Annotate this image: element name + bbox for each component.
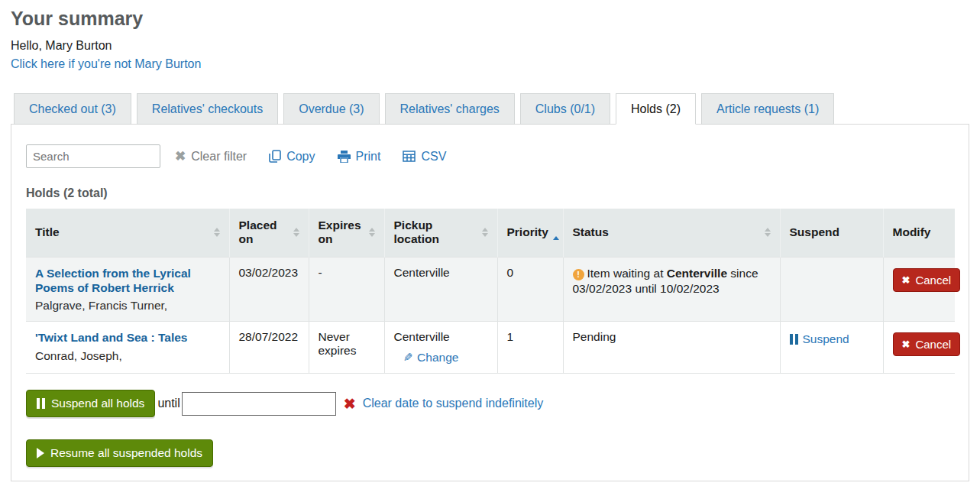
column-label: Suspend [790,225,839,238]
clear-filter-button[interactable]: ✖ Clear filter [175,148,247,164]
suspend-until-date-input[interactable] [182,392,336,416]
tab-holds[interactable]: Holds (2) [616,93,696,125]
clear-filter-x-icon: ✖ [175,148,186,164]
status-cell: !Item waiting at Centerville since 03/02… [563,257,780,322]
play-icon [37,448,44,458]
placed-on-cell: 03/02/2023 [229,257,309,322]
title-cell: 'Twixt Land and Sea : Tales Conrad, Jose… [26,322,229,374]
cancel-x-icon: ✖ [902,274,910,286]
column-header-expires-on[interactable]: Expires on [309,209,384,257]
column-header-pickup-location[interactable]: Pickup location [384,209,497,257]
suspend-hold-link[interactable]: Suspend [790,332,849,346]
author-text: Palgrave, Francis Turner, [35,299,167,312]
column-label: Modify [893,225,931,238]
column-header-modify: Modify [883,209,955,257]
modify-cell: ✖ Cancel [883,257,955,322]
not-you-link[interactable]: Click here if you're not Mary Burton [11,57,201,71]
pickup-location-cell: Centerville [384,257,497,322]
status-cell: Pending [563,322,780,374]
sort-icon [765,228,771,237]
print-label: Print [356,150,381,164]
hold-row: A Selection from the Lyrical Poems of Ro… [26,257,955,322]
search-input[interactable] [26,144,160,168]
copy-icon [269,150,281,163]
warning-icon: ! [573,269,584,280]
column-header-placed-on[interactable]: Placed on [229,209,309,257]
priority-cell: 1 [497,322,563,374]
priority-cell: 0 [497,257,563,322]
greeting-text: Hello, Mary Burton [11,39,969,53]
change-pickup-link[interactable]: ✎ Change [403,351,459,364]
clear-filter-label: Clear filter [191,150,247,164]
status-prefix: Item waiting at [587,267,667,280]
suspend-cell: Suspend [780,322,883,374]
placed-on-cell: 28/07/2022 [229,322,309,374]
patron-summary-page: Your summary Hello, Mary Burton Click he… [0,0,980,481]
expires-on-cell: - [309,257,384,322]
expires-on-cell: Never expires [309,322,384,374]
csv-button[interactable]: CSV [403,150,446,164]
pause-icon [37,398,45,409]
page-title: Your summary [11,8,969,30]
cancel-hold-button[interactable]: ✖ Cancel [893,332,961,356]
copy-label: Copy [286,150,315,164]
tab-checked-out[interactable]: Checked out (3) [14,93,131,125]
column-label: Priority [507,225,548,239]
tab-clubs[interactable]: Clubs (0/1) [520,93,610,125]
column-label: Pickup location [394,219,477,246]
csv-table-icon [403,151,416,162]
sort-ascending-icon [553,236,559,240]
suspend-all-label: Suspend all holds [51,397,144,410]
tab-relatives-checkouts[interactable]: Relatives' checkouts [137,93,278,125]
table-header-row: Title Placed on Expires on [26,209,955,257]
resume-all-suspended-holds-button[interactable]: Resume all suspended holds [26,439,213,467]
until-label: until [157,397,180,410]
holds-tab-panel: ✖ Clear filter Copy [11,124,969,481]
pickup-location-text: Centerville [394,330,450,343]
title-link[interactable]: A Selection from the Lyrical Poems of Ro… [35,266,220,296]
column-header-priority[interactable]: Priority [497,209,563,257]
column-header-title[interactable]: Title [26,209,229,257]
sort-icon [293,228,299,237]
suspend-label: Suspend [803,332,849,346]
sort-icon [214,228,220,237]
tab-relatives-charges[interactable]: Relatives' charges [385,93,515,125]
holds-table: Title Placed on Expires on [26,209,955,374]
resume-all-label: Resume all suspended holds [50,446,202,460]
cancel-hold-button[interactable]: ✖ Cancel [893,268,961,292]
hold-row: 'Twixt Land and Sea : Tales Conrad, Jose… [26,322,955,374]
column-header-suspend: Suspend [780,209,883,257]
column-header-status[interactable]: Status [563,209,780,257]
modify-cell: ✖ Cancel [883,322,955,374]
clear-date-link[interactable]: Clear date to suspend indefinitely [363,397,544,410]
title-cell: A Selection from the Lyrical Poems of Ro… [26,257,229,322]
resume-all-controls: Resume all suspended holds [26,439,954,467]
print-button[interactable]: Print [338,150,381,164]
csv-label: CSV [421,150,446,164]
print-icon [338,151,351,163]
tab-article-requests[interactable]: Article requests (1) [701,93,834,125]
column-label: Status [573,225,609,239]
suspend-cell [780,257,883,322]
cancel-label: Cancel [915,338,951,351]
holds-count-caption: Holds (2 total) [26,186,954,200]
title-link[interactable]: 'Twixt Land and Sea : Tales [35,330,220,345]
cancel-x-icon: ✖ [902,339,910,350]
suspend-all-holds-button[interactable]: Suspend all holds [26,390,155,417]
pause-icon [790,334,798,345]
pickup-location-cell: Centerville ✎ Change [384,322,497,374]
sort-icon [482,228,488,237]
tab-overdue[interactable]: Overdue (3) [283,93,379,125]
status-location: Centerville [667,267,727,280]
summary-tabs: Checked out (3) Relatives' checkouts Ove… [11,93,969,125]
column-label: Title [35,225,60,239]
copy-button[interactable]: Copy [269,150,315,164]
sort-icon [369,228,375,237]
pencil-icon: ✎ [403,351,413,364]
clear-date-x-icon[interactable]: ✖ [344,395,356,413]
suspend-all-controls: Suspend all holds until ✖ Clear date to … [26,390,954,417]
table-toolbar: ✖ Clear filter Copy [26,144,954,168]
cancel-label: Cancel [915,274,951,287]
column-label: Expires on [319,219,364,246]
author-text: Conrad, Joseph, [35,349,122,362]
